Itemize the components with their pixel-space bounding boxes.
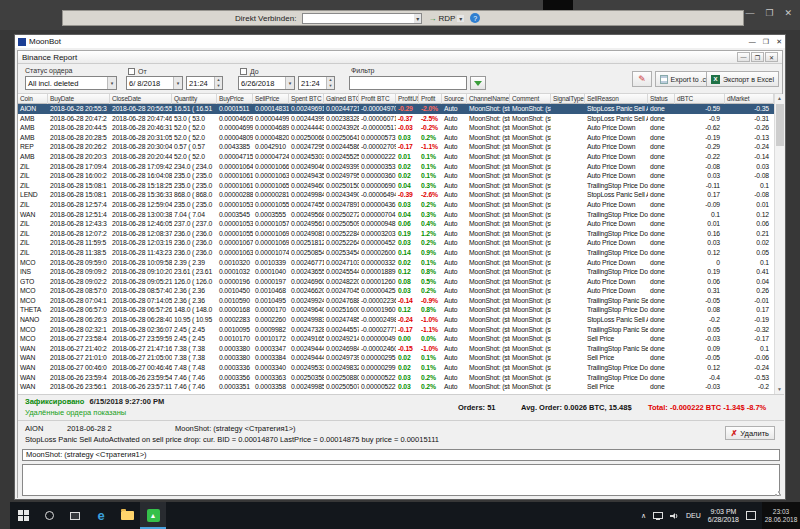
table-row[interactable]: ZIL2018-06-28 11:59:52018-06-28 12:03:19… — [18, 238, 774, 248]
resize-grip-icon[interactable] — [774, 489, 782, 497]
column-header-profit-btc[interactable]: Profit BTC — [359, 94, 396, 104]
table-row[interactable]: WAN2018-06-27 21:40:22018-06-27 21:47:16… — [18, 344, 774, 354]
table-row[interactable]: AION2018-06-28 20:55:32018-06-28 20:56:5… — [18, 104, 774, 114]
edit-button[interactable]: ✎ — [632, 71, 652, 87]
minimize-icon[interactable]: — — [737, 52, 750, 62]
column-header-dbtc[interactable]: dBTC — [675, 94, 725, 104]
table-row[interactable]: MCO2018-06-27 23:58:42018-06-27 23:59:59… — [18, 334, 774, 344]
column-header-gained-btc[interactable]: Gained BTC — [324, 94, 359, 104]
scroll-up-icon[interactable]: ▲ — [775, 94, 784, 103]
column-header-source[interactable]: Source — [442, 94, 467, 104]
table-row[interactable]: REP2018-06-28 20:26:22018-06-28 20:30:04… — [18, 142, 774, 152]
task-view-button[interactable] — [62, 502, 88, 529]
filter-apply-button[interactable] — [470, 76, 486, 90]
table-row[interactable]: WAN2018-06-28 12:51:42018-06-28 13:00:38… — [18, 210, 774, 220]
column-header-status[interactable]: Status — [648, 94, 675, 104]
table-cell: 0.00245544 — [324, 267, 359, 277]
column-header-spent-btc[interactable]: Spent BTC — [289, 94, 324, 104]
table-row[interactable]: GTO2018-06-28 09:02:22018-06-28 09:05:21… — [18, 277, 774, 287]
column-header-closedate[interactable]: CloseDate — [110, 94, 172, 104]
order-status-dropdown[interactable]: All incl. deleted ▾ — [25, 76, 117, 90]
time-to-field[interactable]: 21:24 ▲▼ — [298, 76, 335, 90]
maximize-icon[interactable]: ❐ — [751, 52, 764, 62]
moonbot-titlebar[interactable]: MoonBot — ❐ ✕ — [15, 35, 785, 48]
table-row[interactable]: AMB2018-06-28 20:28:52018-06-28 20:31:05… — [18, 133, 774, 143]
start-button[interactable] — [10, 502, 36, 529]
maximize-icon[interactable]: ❐ — [765, 8, 773, 18]
detail-list-box[interactable] — [22, 464, 780, 496]
moonbot-taskbar-button[interactable]: ▲ — [140, 502, 166, 529]
export-excel-button[interactable]: X Экспорт в Excel — [706, 71, 779, 87]
taskbar-clock[interactable]: 9:03 PM 6/28/2018 — [708, 508, 739, 524]
rdp-connect-button[interactable]: → RDP ▾ — [428, 14, 464, 23]
column-header-profit[interactable]: Profit — [419, 94, 442, 104]
minimize-icon[interactable]: — — [745, 8, 754, 18]
scroll-down-icon[interactable]: ▼ — [775, 385, 784, 394]
table-row[interactable]: ZIL2018-06-28 12:43:32018-06-28 12:46:05… — [18, 219, 774, 229]
table-row[interactable]: MCO2018-06-28 09:59:02018-06-28 10:09:58… — [18, 258, 774, 268]
close-icon[interactable]: ✕ — [784, 8, 792, 18]
host-clock-date[interactable]: 28.06.2018 — [765, 516, 798, 524]
table-row[interactable]: WAN2018-06-26 23:59:42018-06-26 23:59:54… — [18, 373, 774, 383]
column-header-buydate[interactable]: BuyDate — [48, 94, 110, 104]
date-from-checkbox[interactable]: От — [128, 68, 147, 75]
table-row[interactable]: ZIL2018-06-28 12:57:42018-06-28 12:59:04… — [18, 200, 774, 210]
table-row[interactable]: NANO2018-06-28 06:26:32018-06-28 06:28:4… — [18, 315, 774, 325]
close-icon[interactable]: ✕ — [765, 52, 778, 62]
column-header-buyprice[interactable]: BuyPrice — [217, 94, 253, 104]
action-center-icon[interactable] — [746, 511, 756, 520]
table-row[interactable]: AMB2018-06-28 20:20:32018-06-28 20:20:44… — [18, 152, 774, 162]
table-row[interactable]: WAN2018-06-27 00:46:02018-06-27 00:46:46… — [18, 363, 774, 373]
table-row[interactable]: ZIL2018-06-28 12:07:22018-06-28 12:08:37… — [18, 229, 774, 239]
connect-combobox[interactable]: ▾ — [302, 13, 422, 24]
table-row[interactable]: WAN2018-06-27 21:01:02018-06-27 21:05:00… — [18, 353, 774, 363]
table-row[interactable]: ZIL2018-06-28 16:00:22018-06-28 16:04:08… — [18, 171, 774, 181]
minimize-icon[interactable]: — — [749, 38, 756, 45]
spinner-icon[interactable]: ▲▼ — [214, 77, 222, 89]
column-header-sellreason[interactable]: SellReason — [585, 94, 648, 104]
close-icon[interactable]: ✕ — [776, 38, 782, 46]
date-to-checkbox[interactable]: До — [240, 68, 259, 75]
tray-chevron-icon[interactable]: ∧ — [641, 512, 646, 520]
language-indicator[interactable]: DEU — [686, 512, 701, 519]
date-to-field[interactable]: 6/26/2018 ▾ — [238, 76, 295, 90]
column-header-profitusd[interactable]: ProfitUSD — [396, 94, 419, 104]
delete-button[interactable]: ✗ Удалить — [725, 426, 775, 440]
table-row[interactable]: MCO2018-06-28 07:04:12018-06-28 07:14:05… — [18, 296, 774, 306]
strategy-line-field[interactable]: MoonShot: (strategy <Стратегия1>) — [22, 449, 780, 461]
scrollbar-thumb[interactable] — [776, 104, 784, 146]
table-row[interactable]: AMB2018-06-28 20:47:22018-06-28 20:47:46… — [18, 114, 774, 124]
table-row[interactable]: MCO2018-06-28 02:32:12018-06-28 02:36:07… — [18, 325, 774, 335]
column-header-comment[interactable]: Comment — [510, 94, 551, 104]
host-clock-time[interactable]: 23:03 — [773, 508, 789, 516]
column-header-dmarket[interactable]: dMarket — [725, 94, 774, 104]
network-icon[interactable] — [653, 512, 663, 520]
filter-input[interactable] — [349, 76, 467, 90]
column-header-channelname[interactable]: ChannelName — [467, 94, 510, 104]
file-explorer-button[interactable] — [114, 502, 140, 529]
column-header-quantity[interactable]: Quantity — [172, 94, 217, 104]
time-from-field[interactable]: 21:24 ▲▼ — [186, 76, 223, 90]
help-icon[interactable]: ? — [470, 13, 480, 23]
table-row[interactable]: ZIL2018-06-28 17:09:42018-06-28 17:09:42… — [18, 162, 774, 172]
column-header-coin[interactable]: Coin — [18, 94, 48, 104]
date-from-field[interactable]: 6/ 8/2018 ▾ — [126, 76, 183, 90]
table-scrollbar[interactable]: ▲ ▼ — [774, 94, 784, 394]
report-titlebar[interactable]: Binance Report — ❐ ✕ — [18, 51, 782, 64]
speaker-icon[interactable] — [670, 512, 679, 520]
table-row[interactable]: AMB2018-06-28 20:44:52018-06-28 20:46:31… — [18, 123, 774, 133]
edge-button[interactable]: e — [88, 502, 114, 529]
table-row[interactable]: ZIL2018-06-28 11:38:52018-06-28 11:43:23… — [18, 248, 774, 258]
table-cell: MoonShot: (stra — [510, 219, 551, 229]
table-row[interactable]: MCO2018-06-28 08:57:02018-06-28 08:57:40… — [18, 286, 774, 296]
table-row[interactable]: ZIL2018-06-28 15:08:12018-06-28 15:18:25… — [18, 181, 774, 191]
search-button[interactable] — [36, 502, 62, 529]
table-row[interactable]: LEND2018-06-28 15:08:12018-06-28 15:36:3… — [18, 190, 774, 200]
table-row[interactable]: THETA2018-06-28 06:57:02018-06-28 06:57:… — [18, 305, 774, 315]
table-row[interactable]: INS2018-06-28 09:09:22018-06-28 09:10:20… — [18, 267, 774, 277]
table-row[interactable]: WAN2018-06-26 23:56:12018-06-26 23:57:11… — [18, 382, 774, 392]
column-header-sellprice[interactable]: SellPrice — [253, 94, 289, 104]
column-header-signaltype[interactable]: SignalType — [551, 94, 585, 104]
maximize-icon[interactable]: ❐ — [763, 38, 769, 46]
spinner-icon[interactable]: ▲▼ — [326, 77, 334, 89]
